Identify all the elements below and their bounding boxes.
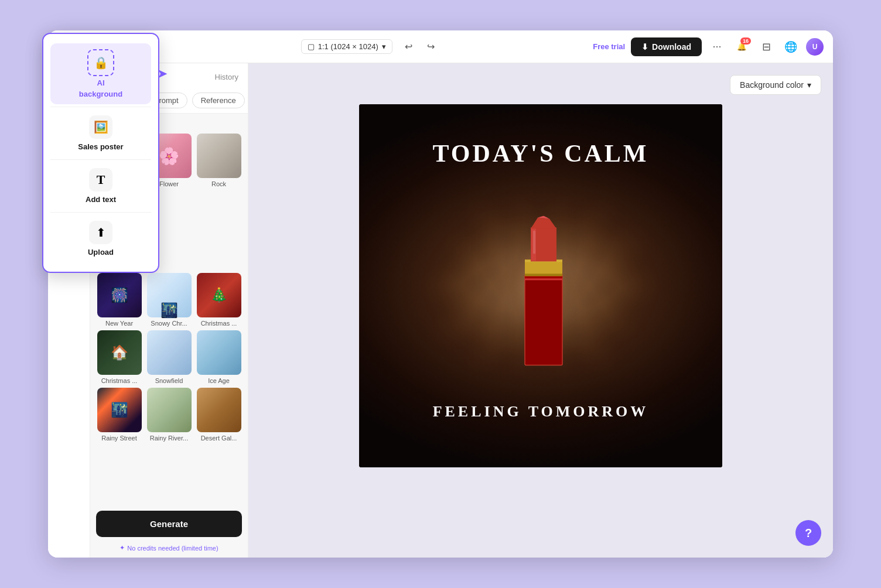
undo-button[interactable]: ↩ <box>399 37 418 56</box>
popup-item-label-sales: Sales poster <box>78 142 123 151</box>
divider-2 <box>50 159 151 160</box>
svg-rect-12 <box>525 274 562 276</box>
canvas-toolbar: Background color ▾ <box>260 75 821 95</box>
sparkle-icon: ✦ <box>119 544 125 552</box>
notification-button[interactable]: 🔔 16 <box>732 37 751 56</box>
credits-note: ✦ No credits needed (limited time) <box>90 542 248 558</box>
svg-rect-7 <box>525 274 562 365</box>
layers-button[interactable]: ⊟ <box>757 37 776 56</box>
background-color-label: Background color <box>740 80 804 90</box>
popup-item-label-ai-bg: AI <box>97 78 105 87</box>
list-item[interactable]: Rainy River... <box>146 388 192 442</box>
popup-item-label-text: Add text <box>86 195 116 204</box>
popup-item-sublabel-ai-bg: background <box>79 90 122 98</box>
avatar[interactable]: U <box>806 38 824 56</box>
recommended-grid: 🎆 New Year Snowy Chr... 🎄 Christmas ... … <box>96 273 242 442</box>
download-button[interactable]: ⬇ Download <box>631 37 702 56</box>
lipstick-box <box>508 216 573 356</box>
notification-badge: 16 <box>740 37 751 45</box>
thumb-label-newyear: New Year <box>105 320 133 327</box>
background-color-button[interactable]: Background color ▾ <box>730 75 821 95</box>
thumb-snowfield[interactable] <box>147 330 192 375</box>
list-item[interactable]: Rock <box>196 134 242 187</box>
canvas-size-button[interactable]: ▢ 1:1 (1024 × 1024) ▾ <box>301 39 392 54</box>
svg-rect-17 <box>533 230 535 254</box>
ai-bg-popup-icon: 🔒 <box>94 63 108 70</box>
list-item[interactable]: Snowy Chr... <box>146 273 192 327</box>
more-options-button[interactable]: ··· <box>708 37 726 56</box>
sidebar-popup: 🔒 AI background ➤ 🖼️ Sales poster <box>48 63 159 273</box>
canvas-title-top: TODAY'S CALM <box>433 139 649 167</box>
main-area: 🔒 AI bg 🖼️ Sales T Text ⬆ Upload backgro… <box>48 63 833 558</box>
download-label: Download <box>652 42 691 52</box>
chevron-down-icon: ▾ <box>807 80 811 90</box>
topbar: ⌂ Untitled draft ▢ 1:1 (1024 × 1024) ▾ ↩… <box>48 30 833 63</box>
list-item[interactable]: 🏠 Christmas ... <box>96 330 142 384</box>
cursor-indicator: ➤ <box>157 66 168 81</box>
thumb-label-christmas-house: Christmas ... <box>101 377 138 384</box>
tab-reference[interactable]: Reference <box>192 93 245 108</box>
history-button[interactable]: History <box>215 73 238 81</box>
thumb-ice[interactable] <box>197 330 241 375</box>
language-button[interactable]: 🌐 <box>781 37 800 56</box>
free-trial-button[interactable]: Free trial <box>593 42 625 51</box>
thumb-rainy-river[interactable] <box>147 388 192 432</box>
redo-button[interactable]: ↪ <box>422 37 440 56</box>
lipstick-svg <box>508 216 579 368</box>
thumb-label-rock: Rock <box>211 180 226 187</box>
help-button[interactable]: ? <box>795 520 821 546</box>
download-icon: ⬇ <box>641 42 648 52</box>
popup-item-upload[interactable]: ⬆ Upload <box>50 215 151 262</box>
list-item[interactable]: 🎄 Christmas ... <box>196 273 242 327</box>
canvas-size-icon: ▢ <box>308 42 315 51</box>
chevron-down-icon: ▾ <box>382 42 386 51</box>
text-popup-icon: T <box>97 172 105 187</box>
generate-button[interactable]: Generate <box>96 511 242 537</box>
topbar-right: Free trial ⬇ Download ··· 🔔 16 ⊟ 🌐 U <box>593 37 824 56</box>
upload-popup-icon: ⬆ <box>96 225 106 240</box>
canvas-frame: TODAY'S CALM <box>359 104 722 467</box>
svg-rect-9 <box>525 278 562 280</box>
svg-rect-10 <box>525 259 562 276</box>
thumb-label-snowy: Snowy Chr... <box>151 320 187 327</box>
popup-item-label-upload: Upload <box>88 248 114 257</box>
thumb-label-rainy-river: Rainy River... <box>150 435 188 442</box>
thumb-desert[interactable] <box>197 388 241 432</box>
thumb-label-ice: Ice Age <box>208 377 230 384</box>
popup-item-text[interactable]: T Add text <box>50 162 151 210</box>
list-item[interactable]: Desert Gal... <box>196 388 242 442</box>
list-item[interactable]: 🌃 Rainy Street <box>96 388 142 442</box>
popup-item-ai-bg[interactable]: 🔒 AI background ➤ <box>50 63 151 104</box>
canvas-size-label: 1:1 (1024 × 1024) <box>318 42 378 51</box>
canvas-area: Background color ▾ <box>248 63 833 558</box>
thumb-newyear[interactable]: 🎆 <box>97 273 142 317</box>
thumb-label-snowfield: Snowfield <box>155 377 183 384</box>
thumb-label-rainy: Rainy Street <box>101 435 137 442</box>
canvas-title-bottom: FEELING TOMORROW <box>433 403 649 421</box>
svg-marker-15 <box>531 217 556 228</box>
thumb-rock[interactable] <box>197 134 241 178</box>
undo-redo-group: ↩ ↪ <box>399 37 440 56</box>
sales-popup-icon: 🖼️ <box>94 120 108 134</box>
thumb-label-flower: Flower <box>159 180 179 187</box>
thumb-christmas-house[interactable]: 🏠 <box>97 330 142 375</box>
popup-item-sales[interactable]: 🖼️ Sales poster <box>50 110 151 157</box>
divider-3 <box>50 212 151 213</box>
list-item[interactable]: Ice Age <box>196 330 242 384</box>
thumb-label-christmas-red: Christmas ... <box>201 320 237 327</box>
list-item[interactable]: Snowfield <box>146 330 192 384</box>
lipstick-product <box>503 216 579 368</box>
divider-1 <box>50 107 151 107</box>
topbar-center: ▢ 1:1 (1024 × 1024) ▾ ↩ ↪ <box>155 37 586 56</box>
thumb-rainy[interactable]: 🌃 <box>97 388 142 432</box>
list-item[interactable]: 🎆 New Year <box>96 273 142 327</box>
thumb-christmas-red[interactable]: 🎄 <box>197 273 241 317</box>
canvas-inner: TODAY'S CALM <box>359 104 722 467</box>
thumb-label-desert: Desert Gal... <box>201 435 237 442</box>
